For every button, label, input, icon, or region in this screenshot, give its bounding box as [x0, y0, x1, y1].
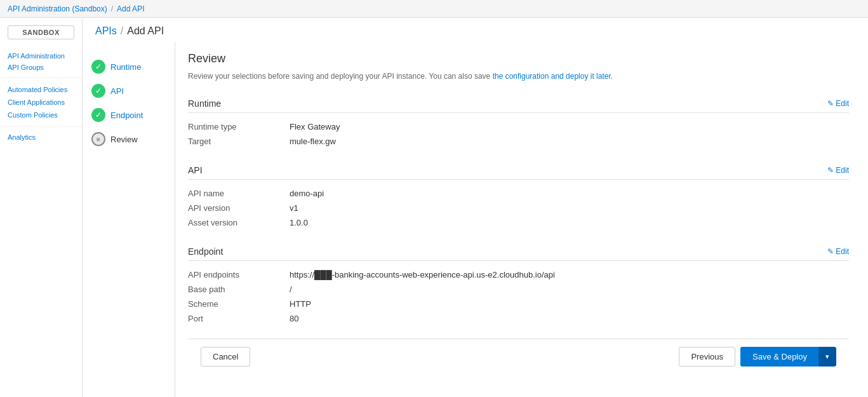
endpoint-field-endpoints: API endpoints https://███-banking-accoun… [188, 267, 849, 282]
endpoint-port-label: Port [188, 314, 290, 323]
runtime-edit-button[interactable]: Edit [827, 99, 849, 108]
api-edit-button[interactable]: Edit [827, 166, 849, 175]
endpoint-base-path-value: / [290, 285, 292, 294]
api-section: API Edit API name demo-api API version v… [188, 161, 849, 230]
api-version-label: API version [188, 203, 290, 213]
runtime-field-type: Runtime type Flex Gateway [188, 119, 849, 134]
endpoint-section-title: Endpoint [188, 246, 223, 257]
review-panel: Review Review your selections before sav… [175, 42, 868, 397]
runtime-type-label: Runtime type [188, 122, 290, 131]
step-review-icon: ≡ [97, 136, 100, 143]
api-field-asset-version: Asset version 1.0.0 [188, 215, 849, 230]
api-field-name: API name demo-api [188, 186, 849, 201]
top-nav-link2[interactable]: Add API [117, 4, 144, 13]
endpoint-base-path-label: Base path [188, 285, 290, 294]
runtime-field-target: Target mule-flex.gw [188, 134, 849, 149]
endpoint-edit-button[interactable]: Edit [827, 247, 849, 256]
content-area: ✓ Runtime ✓ API ✓ Endpoint ≡ [83, 42, 868, 397]
step-api[interactable]: ✓ API [89, 79, 168, 103]
top-nav-link1[interactable]: API Administration (Sandbox) [8, 4, 107, 13]
step-api-label: API [110, 86, 124, 96]
sidebar-item-automated-policies[interactable]: Automated Policies [0, 83, 82, 96]
endpoint-endpoints-value: https://███-banking-accounts-web-experie… [290, 270, 555, 279]
review-subtitle-link[interactable]: the configuration and deploy it later [493, 72, 611, 81]
api-asset-version-label: Asset version [188, 218, 290, 227]
runtime-target-value: mule-flex.gw [290, 137, 336, 146]
top-navigation: API Administration (Sandbox) / Add API [0, 0, 868, 18]
endpoint-section: Endpoint Edit API endpoints https://███-… [188, 243, 849, 326]
step-runtime-label: Runtime [110, 62, 141, 72]
endpoint-endpoints-label: API endpoints [188, 270, 290, 279]
api-field-version: API version v1 [188, 201, 849, 215]
runtime-type-value: Flex Gateway [290, 122, 340, 131]
api-asset-version-value: 1.0.0 [290, 218, 308, 227]
runtime-target-label: Target [188, 137, 290, 146]
sidebar-item-analytics[interactable]: Analytics [0, 131, 43, 144]
step-review[interactable]: ≡ Review [89, 127, 168, 151]
endpoint-scheme-label: Scheme [188, 299, 290, 309]
breadcrumb: APIs / Add API [83, 18, 868, 42]
cancel-button[interactable]: Cancel [201, 347, 250, 367]
step-runtime[interactable]: ✓ Runtime [89, 55, 168, 79]
step-review-label: Review [110, 135, 138, 144]
sidebar-divider1 [0, 77, 82, 78]
api-name-label: API name [188, 189, 290, 198]
review-title: Review [188, 52, 849, 65]
sidebar-item-api-administration[interactable]: API Administration [0, 50, 82, 61]
sidebar-item-api-groups[interactable]: API Groups [0, 61, 82, 72]
endpoint-port-value: 80 [290, 314, 298, 323]
right-buttons: Previous Save & Deploy ▾ [679, 347, 836, 367]
sidebar-item-client-applications[interactable]: Client Applications [0, 96, 82, 109]
sidebar: SANDBOX API Administration API Groups Au… [0, 18, 83, 397]
save-deploy-dropdown-button[interactable]: ▾ [818, 347, 836, 367]
breadcrumb-separator: / [121, 25, 123, 37]
sidebar-item-custom-policies[interactable]: Custom Policies [0, 109, 82, 121]
step-api-circle: ✓ [91, 84, 105, 98]
save-deploy-group: Save & Deploy ▾ [740, 347, 836, 367]
save-deploy-button[interactable]: Save & Deploy [740, 347, 818, 367]
api-name-value: demo-api [290, 189, 324, 198]
endpoint-section-header: Endpoint Edit [188, 243, 849, 261]
breadcrumb-current: Add API [127, 25, 164, 37]
api-section-header: API Edit [188, 161, 849, 180]
api-version-value: v1 [290, 203, 298, 213]
runtime-section-header: Runtime Edit [188, 95, 849, 113]
step-endpoint-circle: ✓ [91, 108, 105, 122]
runtime-section: Runtime Edit Runtime type Flex Gateway T… [188, 95, 849, 149]
steps-panel: ✓ Runtime ✓ API ✓ Endpoint ≡ [83, 42, 175, 397]
step-endpoint-label: Endpoint [110, 111, 143, 120]
step-review-circle: ≡ [91, 132, 105, 146]
top-nav-separator: / [111, 4, 113, 13]
endpoint-scheme-value: HTTP [290, 299, 311, 309]
previous-button[interactable]: Previous [679, 347, 735, 367]
review-subtitle: Review your selections before saving and… [188, 71, 849, 82]
main-content: APIs / Add API ✓ Runtime ✓ API ✓ [83, 18, 868, 397]
runtime-section-title: Runtime [188, 98, 221, 109]
step-runtime-circle: ✓ [91, 60, 105, 74]
endpoint-field-port: Port 80 [188, 311, 849, 326]
step-endpoint[interactable]: ✓ Endpoint [89, 103, 168, 127]
breadcrumb-apis-link[interactable]: APIs [95, 25, 117, 37]
footer: Cancel Previous Save & Deploy ▾ [188, 339, 849, 374]
env-badge: SANDBOX [8, 25, 74, 39]
endpoint-field-scheme: Scheme HTTP [188, 297, 849, 311]
endpoint-field-base-path: Base path / [188, 282, 849, 297]
sidebar-divider2 [0, 126, 82, 127]
api-section-title: API [188, 165, 203, 175]
